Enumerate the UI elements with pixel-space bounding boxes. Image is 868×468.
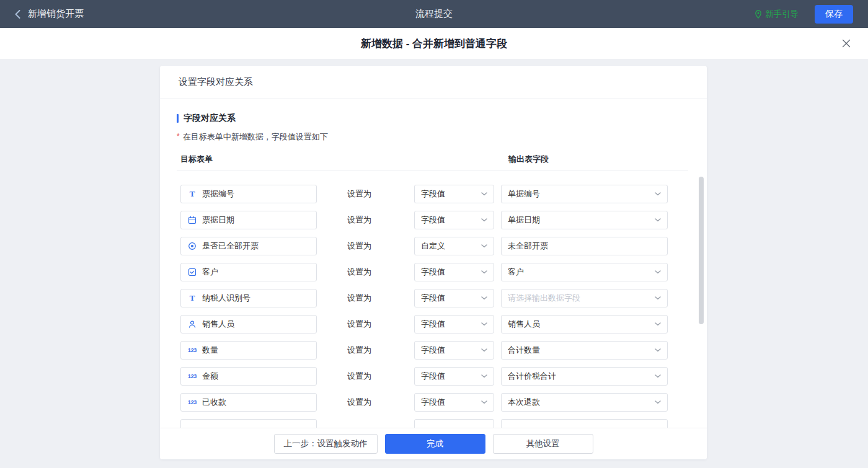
target-field-box[interactable]: T 纳税人识别号 bbox=[180, 289, 317, 307]
mode-select[interactable]: 字段值 bbox=[414, 211, 494, 229]
output-field-select[interactable]: 销售人员 bbox=[501, 315, 668, 333]
target-field-box[interactable]: 是否已全部开票 bbox=[180, 237, 317, 255]
location-pin-icon bbox=[755, 10, 762, 19]
rows-container: T 票据编号 设置为 字段值 单据编号 票据日期 设置为 字段值 单据日期 是否… bbox=[177, 169, 690, 428]
vertical-scrollbar[interactable] bbox=[699, 177, 704, 324]
output-value: 未全部开票 bbox=[508, 241, 548, 252]
section-title-label: 字段对应关系 bbox=[184, 113, 236, 124]
topbar-center-title: 流程提交 bbox=[415, 8, 453, 20]
close-icon[interactable] bbox=[841, 38, 852, 49]
card-footer: 上一步：设置触发动作 完成 其他设置 bbox=[160, 428, 707, 459]
mode-select[interactable]: 字段值 bbox=[414, 341, 494, 360]
target-field-box[interactable]: 销售人员 bbox=[180, 315, 317, 333]
chevron-down-icon bbox=[481, 374, 487, 378]
output-field-select[interactable]: 单据日期 bbox=[501, 211, 668, 229]
required-asterisk: * bbox=[177, 132, 180, 141]
output-field-select[interactable]: 客户 bbox=[501, 263, 668, 281]
target-field-label: 数量 bbox=[202, 345, 218, 356]
chevron-down-icon bbox=[481, 218, 487, 222]
column-headers: 目标表单 输出表字段 bbox=[177, 154, 688, 165]
target-field-box[interactable] bbox=[180, 419, 317, 428]
target-field-box[interactable]: 123 数量 bbox=[180, 341, 317, 360]
set-as-label: 设置为 bbox=[347, 211, 371, 229]
mode-select[interactable]: 字段值 bbox=[414, 367, 494, 386]
column-header-target-form: 目标表单 bbox=[180, 154, 213, 165]
mode-select[interactable]: 字段值 bbox=[414, 393, 494, 412]
target-field-box[interactable]: 123 金额 bbox=[180, 367, 317, 386]
output-field-value: 请选择输出数据字段 bbox=[508, 293, 580, 304]
top-bar: 新增销货开票 流程提交 新手引导 保存 bbox=[0, 0, 868, 28]
number-icon: 123 bbox=[187, 373, 197, 379]
mode-value: 自定义 bbox=[421, 241, 445, 252]
text-field-icon: T bbox=[187, 189, 197, 199]
target-field-box[interactable]: 123 已收款 bbox=[180, 393, 317, 412]
output-field-value: 合计价税合计 bbox=[508, 371, 556, 382]
mode-value: 字段值 bbox=[421, 397, 445, 408]
target-field-box[interactable]: T 票据编号 bbox=[180, 185, 317, 203]
card-header-title: 设置字段对应关系 bbox=[160, 66, 707, 99]
dialog-title: 新增数据 - 合并新增到普通字段 bbox=[361, 37, 507, 51]
section-note-text: 在目标表单中新增数据，字段值设置如下 bbox=[183, 132, 328, 141]
mapping-row: 123 已收款 设置为 字段值 本次退款 bbox=[177, 393, 690, 412]
column-header-output-fields: 输出表字段 bbox=[508, 154, 549, 165]
mode-value: 字段值 bbox=[421, 319, 445, 330]
mode-select[interactable] bbox=[414, 419, 494, 428]
mapping-row: 123 数量 设置为 字段值 合计数量 bbox=[177, 341, 690, 360]
back-icon[interactable] bbox=[15, 10, 20, 19]
set-as-label: 设置为 bbox=[347, 367, 371, 386]
set-as-label: 设置为 bbox=[347, 289, 371, 307]
mapping-row: T 纳税人识别号 设置为 字段值 请选择输出数据字段 bbox=[177, 289, 690, 307]
number-icon: 123 bbox=[187, 347, 197, 353]
output-field-select[interactable]: 合计数量 bbox=[501, 341, 668, 360]
output-field-value: 客户 bbox=[508, 267, 524, 278]
section-title: 字段对应关系 bbox=[177, 113, 688, 124]
output-field-select[interactable]: 单据编号 bbox=[501, 185, 668, 203]
target-field-label: 票据编号 bbox=[202, 188, 234, 200]
mapping-card: 设置字段对应关系 字段对应关系 *在目标表单中新增数据，字段值设置如下 目标表单… bbox=[160, 66, 707, 459]
section-accent-bar bbox=[177, 114, 179, 123]
chevron-down-icon bbox=[655, 322, 661, 326]
target-field-box[interactable]: 客户 bbox=[180, 263, 317, 281]
mapping-row: 客户 设置为 字段值 客户 bbox=[177, 263, 690, 281]
topbar-page-title: 新增销货开票 bbox=[28, 8, 84, 20]
mode-value: 字段值 bbox=[421, 267, 445, 278]
done-button[interactable]: 完成 bbox=[385, 434, 485, 454]
output-field-value: 销售人员 bbox=[508, 319, 540, 330]
user-icon bbox=[187, 320, 197, 329]
mode-select[interactable]: 自定义 bbox=[414, 237, 494, 255]
save-button[interactable]: 保存 bbox=[815, 5, 853, 24]
mapping-row: 是否已全部开票 设置为 自定义 未全部开票 bbox=[177, 237, 690, 255]
target-field-label: 金额 bbox=[202, 371, 218, 382]
output-field-value: 单据编号 bbox=[508, 188, 540, 200]
output-field-select[interactable]: 请选择输出数据字段 bbox=[501, 289, 668, 307]
output-value-input[interactable]: 未全部开票 bbox=[501, 237, 668, 255]
target-field-label: 客户 bbox=[202, 267, 218, 278]
chevron-down-icon bbox=[481, 244, 487, 248]
target-field-label: 票据日期 bbox=[202, 214, 234, 226]
mode-value: 字段值 bbox=[421, 371, 445, 382]
mode-value: 字段值 bbox=[421, 188, 445, 200]
chevron-down-icon bbox=[655, 400, 661, 404]
output-field-select[interactable]: 本次退款 bbox=[501, 393, 668, 412]
output-field-value: 本次退款 bbox=[508, 397, 540, 408]
mode-select[interactable]: 字段值 bbox=[414, 185, 494, 203]
output-field-select[interactable] bbox=[501, 419, 668, 428]
mode-select[interactable]: 字段值 bbox=[414, 263, 494, 281]
chevron-down-icon bbox=[655, 348, 661, 352]
target-field-box[interactable]: 票据日期 bbox=[180, 211, 317, 229]
radio-icon bbox=[187, 242, 197, 250]
set-as-label: 设置为 bbox=[347, 341, 371, 360]
beginner-guide-link[interactable]: 新手引导 bbox=[755, 9, 799, 20]
mode-select[interactable]: 字段值 bbox=[414, 289, 494, 307]
mapping-row: 销售人员 设置为 字段值 销售人员 bbox=[177, 315, 690, 333]
output-field-value: 单据日期 bbox=[508, 214, 540, 226]
text-field-icon: T bbox=[187, 293, 197, 303]
output-field-select[interactable]: 合计价税合计 bbox=[501, 367, 668, 386]
other-settings-button[interactable]: 其他设置 bbox=[493, 434, 593, 454]
chevron-down-icon bbox=[481, 348, 487, 352]
mode-select[interactable]: 字段值 bbox=[414, 315, 494, 333]
target-field-label: 已收款 bbox=[202, 397, 226, 408]
output-field-value: 合计数量 bbox=[508, 345, 540, 356]
prev-step-button[interactable]: 上一步：设置触发动作 bbox=[274, 434, 378, 454]
mapping-row: 票据日期 设置为 字段值 单据日期 bbox=[177, 211, 690, 229]
